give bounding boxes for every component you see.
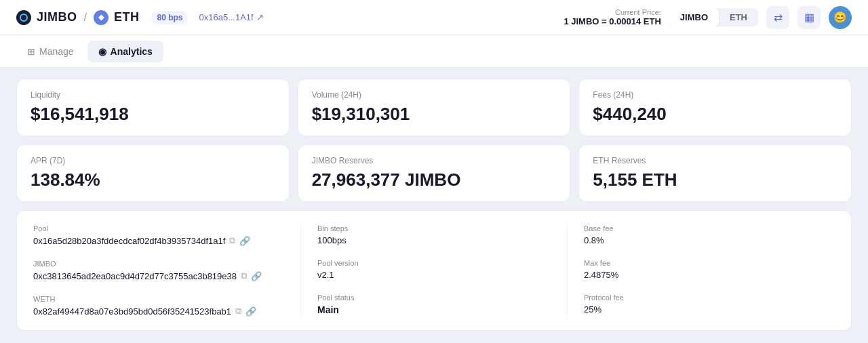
pair-separator: /	[84, 12, 87, 24]
stats-grid-row1: Liquidity $16,541,918 Volume (24H) $19,3…	[16, 79, 852, 136]
stat-value-jimbo-reserves: 27,963,377 JIMBO	[312, 169, 557, 190]
pool-item-protocol-fee: Protocol fee 25%	[584, 294, 835, 315]
token-toggle: JIMBO ETH	[669, 8, 758, 26]
stat-label-fees: Fees (24H)	[593, 90, 837, 100]
pool-version-label: Pool version	[317, 259, 551, 267]
jimbo-token-value: 0xc3813645ad2ea0ac9d4d72d77c3755ac3b819e…	[33, 270, 300, 281]
pool-label: Pool	[33, 224, 300, 233]
pool-info-card: Pool 0x16a5d28b20a3fddecdcaf02df4b393573…	[16, 210, 852, 331]
bin-steps-value: 100bps	[317, 235, 551, 245]
price-label: Current Price:	[564, 8, 660, 16]
price-value: 1 JIMBO = 0.00014 ETH	[564, 16, 660, 26]
price-info: Current Price: 1 JIMBO = 0.00014 ETH	[564, 8, 660, 26]
pool-status-value: Main	[317, 304, 551, 315]
stat-label-eth-reserves: ETH Reserves	[593, 156, 837, 165]
stats-grid-row2: APR (7D) 138.84% JIMBO Reserves 27,963,3…	[16, 144, 852, 202]
token-btn-jimbo[interactable]: JIMBO	[669, 8, 719, 26]
tab-manage[interactable]: ⊞ Manage	[16, 41, 85, 62]
pool-item-version: Pool version v2.1	[317, 259, 551, 280]
main-content: Liquidity $16,541,918 Volume (24H) $19,3…	[0, 68, 868, 342]
manage-icon: ⊞	[27, 46, 35, 57]
stat-card-jimbo-reserves: JIMBO Reserves 27,963,377 JIMBO	[298, 144, 571, 202]
jimbo-label: JIMBO	[37, 10, 77, 24]
stat-value-liquidity: $16,541,918	[31, 104, 275, 125]
stat-card-apr: APR (7D) 138.84%	[16, 144, 290, 202]
jimbo-address-copy-icon[interactable]: ⧉	[241, 270, 247, 281]
analytics-icon: ◉	[98, 46, 106, 57]
pool-version-value: v2.1	[317, 270, 551, 280]
bin-steps-label: Bin steps	[317, 224, 551, 233]
base-fee-label: Base fee	[584, 224, 835, 233]
jimbo-token-label: JIMBO	[33, 260, 300, 268]
pair-info: JIMBO / ◆ ETH 80 bps 0x16a5...1A1f ↗	[16, 10, 264, 25]
stat-card-liquidity: Liquidity $16,541,918	[16, 79, 290, 136]
max-fee-label: Max fee	[584, 259, 835, 267]
header-controls: Current Price: 1 JIMBO = 0.00014 ETH JIM…	[564, 6, 852, 29]
stat-label-liquidity: Liquidity	[31, 90, 275, 100]
pool-col-left: Pool 0x16a5d28b20a3fddecdcaf02df4b393573…	[33, 224, 300, 317]
address-link[interactable]: 0x16a5...1A1f ↗	[199, 12, 263, 22]
pool-item-weth: WETH 0x82af49447d8a07e3bd95bd0d56f352415…	[33, 295, 300, 317]
pool-item-max-fee: Max fee 2.4875%	[584, 259, 835, 280]
pool-address-link-icon[interactable]: 🔗	[239, 236, 250, 246]
stat-card-eth-reserves: ETH Reserves 5,155 ETH	[578, 144, 852, 202]
stat-card-fees: Fees (24H) $440,240	[578, 79, 852, 136]
swap-icon-btn[interactable]: ⇄	[766, 6, 789, 29]
tab-analytics[interactable]: ◉ Analytics	[87, 41, 163, 62]
stat-value-volume: $19,310,301	[312, 104, 557, 125]
protocol-fee-value: 25%	[584, 304, 835, 315]
weth-address-text: 0x82af49447d8a07e3bd95bd0d56f35241523fba…	[33, 306, 231, 317]
external-link-icon: ↗	[256, 12, 264, 22]
qr-icon-btn[interactable]: ▦	[797, 6, 821, 29]
stat-label-apr: APR (7D)	[31, 156, 275, 165]
jimbo-logo	[16, 10, 31, 25]
token-btn-eth[interactable]: ETH	[719, 8, 758, 26]
pool-col-middle: Bin steps 100bps Pool version v2.1 Pool …	[300, 224, 568, 317]
avatar-btn[interactable]: 😊	[829, 6, 852, 29]
weth-address-link-icon[interactable]: 🔗	[245, 306, 256, 317]
pool-value-address: 0x16a5d28b20a3fddecdcaf02df4b3935734df1a…	[33, 235, 300, 246]
stat-value-eth-reserves: 5,155 ETH	[593, 169, 837, 190]
eth-label: ETH	[114, 10, 140, 24]
pool-address-text: 0x16a5d28b20a3fddecdcaf02df4b3935734df1a…	[33, 236, 225, 246]
weth-token-value: 0x82af49447d8a07e3bd95bd0d56f35241523fba…	[33, 306, 300, 317]
pool-item-jimbo: JIMBO 0xc3813645ad2ea0ac9d4d72d77c3755ac…	[33, 260, 300, 281]
pool-col-right: Base fee 0.8% Max fee 2.4875% Protocol f…	[568, 224, 835, 317]
base-fee-value: 0.8%	[584, 235, 835, 245]
stat-value-apr: 138.84%	[31, 169, 275, 190]
tab-manage-label: Manage	[39, 46, 74, 57]
address-short: 0x16a5...1A1f	[199, 12, 253, 22]
pool-status-label: Pool status	[317, 294, 551, 302]
pool-item-base-fee: Base fee 0.8%	[584, 224, 835, 245]
weth-token-label: WETH	[33, 295, 300, 303]
stat-card-volume: Volume (24H) $19,310,301	[298, 79, 571, 136]
logo-inner	[20, 14, 28, 22]
weth-address-copy-icon[interactable]: ⧉	[235, 306, 241, 317]
pool-item-status: Pool status Main	[317, 294, 551, 315]
stat-label-jimbo-reserves: JIMBO Reserves	[312, 156, 557, 165]
bps-badge: 80 bps	[151, 11, 188, 24]
stat-value-fees: $440,240	[593, 104, 837, 125]
jimbo-address-link-icon[interactable]: 🔗	[251, 271, 262, 281]
protocol-fee-label: Protocol fee	[584, 294, 835, 302]
nav-bar: ⊞ Manage ◉ Analytics	[0, 35, 868, 68]
pool-item-bin-steps: Bin steps 100bps	[317, 224, 551, 245]
header: JIMBO / ◆ ETH 80 bps 0x16a5...1A1f ↗ Cur…	[0, 0, 868, 35]
stat-label-volume: Volume (24H)	[312, 90, 557, 100]
jimbo-address-text: 0xc3813645ad2ea0ac9d4d72d77c3755ac3b819e…	[33, 271, 237, 281]
eth-icon: ◆	[94, 10, 108, 25]
max-fee-value: 2.4875%	[584, 270, 835, 280]
pool-address-copy-icon[interactable]: ⧉	[229, 235, 235, 246]
tab-analytics-label: Analytics	[111, 46, 153, 57]
pool-item-address: Pool 0x16a5d28b20a3fddecdcaf02df4b393573…	[33, 224, 300, 246]
